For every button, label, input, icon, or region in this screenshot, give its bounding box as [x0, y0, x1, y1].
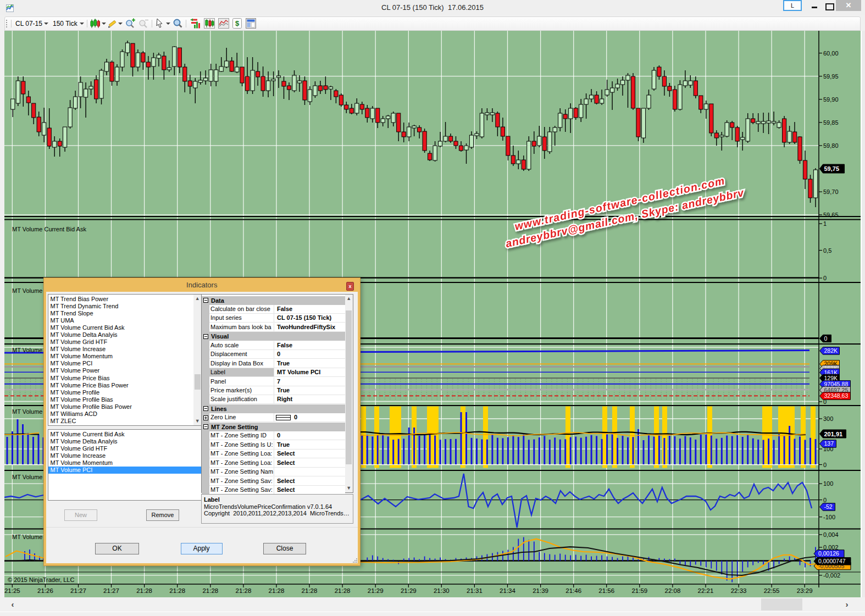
svg-text:-0,002: -0,002 [823, 572, 840, 579]
svg-text:22:21: 22:21 [698, 587, 714, 594]
svg-text:201,91: 201,91 [824, 431, 843, 437]
svg-text:0: 0 [823, 275, 827, 281]
svg-text:MT Volume Current Bid Ask: MT Volume Current Bid Ask [12, 226, 86, 232]
svg-text:21:28: 21:28 [202, 587, 218, 594]
svg-text:© 2015 NinjaTrader, LLC: © 2015 NinjaTrader, LLC [8, 576, 74, 583]
svg-text:22:08: 22:08 [665, 587, 681, 594]
svg-text:21:28: 21:28 [136, 587, 152, 594]
svg-text:22:55: 22:55 [764, 587, 780, 594]
svg-text:21:28: 21:28 [302, 587, 318, 594]
svg-text:0,0000747: 0,0000747 [818, 558, 846, 564]
svg-text:137: 137 [824, 440, 834, 447]
svg-text:$: $ [235, 19, 240, 27]
svg-text:-52: -52 [824, 503, 833, 510]
svg-text:59,70: 59,70 [823, 188, 839, 195]
svg-text:21:26: 21:26 [37, 587, 53, 594]
svg-text:22:33: 22:33 [731, 587, 747, 594]
svg-text:21:56: 21:56 [598, 587, 614, 594]
svg-text:21:31: 21:31 [467, 587, 483, 594]
svg-text:0,002: 0,002 [823, 544, 839, 551]
svg-text:32348,63: 32348,63 [824, 392, 849, 399]
svg-text:300: 300 [823, 415, 833, 422]
svg-text:21:39: 21:39 [533, 587, 548, 594]
svg-text:-100: -100 [823, 514, 835, 520]
svg-text:21:28: 21:28 [335, 587, 351, 594]
svg-text:0: 0 [824, 335, 828, 342]
svg-text:59,75: 59,75 [824, 165, 840, 172]
svg-text:21:59: 21:59 [631, 587, 647, 594]
svg-text:21:30: 21:30 [434, 587, 450, 594]
svg-text:100: 100 [823, 480, 833, 487]
svg-text:59,65: 59,65 [823, 212, 839, 218]
svg-text:0: 0 [823, 497, 827, 503]
svg-text:0: 0 [823, 462, 827, 468]
svg-text:282K: 282K [824, 347, 838, 354]
svg-text:21:29: 21:29 [401, 587, 417, 594]
svg-text:21:25: 21:25 [4, 587, 20, 594]
svg-text:21:46: 21:46 [565, 587, 581, 594]
svg-text:21:34: 21:34 [500, 587, 515, 594]
svg-text:21:28: 21:28 [169, 587, 185, 594]
svg-text:21:28: 21:28 [269, 587, 285, 594]
svg-text:59,80: 59,80 [823, 142, 839, 149]
svg-text:0,5: 0,5 [823, 247, 831, 254]
svg-text:0,004: 0,004 [823, 531, 839, 538]
svg-text:59,90: 59,90 [823, 96, 839, 103]
svg-text:59,95: 59,95 [823, 73, 839, 80]
svg-text:23:29: 23:29 [797, 587, 813, 594]
svg-text:59,85: 59,85 [823, 119, 839, 126]
svg-text:129K: 129K [824, 375, 838, 381]
svg-text:1: 1 [823, 220, 827, 227]
svg-text:21:29: 21:29 [368, 587, 384, 594]
svg-text:0,00126: 0,00126 [818, 550, 839, 557]
svg-text:21:28: 21:28 [236, 587, 252, 594]
svg-text:21:27: 21:27 [103, 587, 119, 594]
svg-text:60,00: 60,00 [823, 50, 839, 57]
svg-text:21:27: 21:27 [70, 587, 86, 594]
